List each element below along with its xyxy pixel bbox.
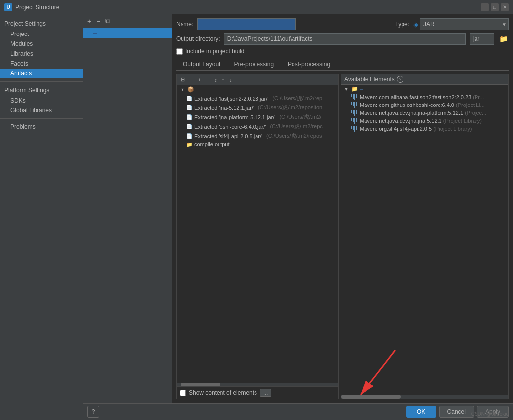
close-button[interactable]: ✕	[501, 3, 509, 11]
sidebar-divider-2	[0, 118, 83, 119]
available-item-slf4j[interactable]: Maven: org.slf4j:slf4j-api:2.0.5 (Projec…	[341, 125, 508, 133]
tab-output-layout[interactable]: Output Layout	[176, 59, 227, 70]
sidebar-item-project[interactable]: Project	[0, 29, 83, 39]
cancel-button[interactable]: Cancel	[439, 406, 474, 418]
maven-bar-icon-4	[351, 118, 357, 124]
app-icon: U	[4, 3, 12, 11]
output-layout-up-btn[interactable]: ↑	[220, 76, 227, 84]
sidebar-item-global-libraries[interactable]: Global Libraries	[0, 105, 83, 115]
available-root-folder[interactable]: ▼ 📁	[341, 85, 508, 93]
output-item-oshi-core-path: (C:/Users/虎/.m2/repc	[270, 123, 322, 130]
ok-button[interactable]: OK	[406, 406, 436, 418]
type-select[interactable]: JAR WAR EAR	[420, 18, 509, 30]
output-item-oshi-core-label: Extracted 'oshi-core-6.4.0.jar/'	[194, 124, 266, 130]
tab-post-processing[interactable]: Post-processing	[281, 59, 337, 70]
sidebar-item-sdks[interactable]: SDKs	[0, 96, 83, 105]
jar-file-icon-4: 📄	[186, 124, 192, 129]
include-in-build-label[interactable]: Include in project build	[185, 48, 244, 55]
available-elements-label: Available Elements	[344, 76, 395, 83]
output-item-oshi-core[interactable]: 📄 Extracted 'oshi-core-6.4.0.jar/' (C:/U…	[177, 122, 338, 131]
tabs-row: Output Layout Pre-processing Post-proces…	[176, 59, 509, 71]
remove-artifact-button[interactable]: −	[94, 16, 102, 26]
available-item-fastjson2-label: Maven: com.alibaba.fastjson2:fastjson2:2…	[360, 94, 484, 100]
available-elements-tree: ▼ 📁 Maven: com.alibaba.fastjson2:fastjso…	[341, 85, 508, 395]
output-layout-scrollbar[interactable]	[177, 383, 338, 386]
sidebar-item-artifacts[interactable]: Artifacts	[0, 69, 83, 78]
output-item-jna-platform[interactable]: 📄 Extracted 'jna-platform-5.12.1.jar/' (…	[177, 112, 338, 122]
folder-yellow-icon: 📁	[351, 86, 358, 92]
output-layout-sort-btn[interactable]: ↕	[212, 76, 219, 84]
output-layout-expand-btn[interactable]: ⊞	[179, 75, 187, 84]
name-label: Name:	[176, 21, 193, 28]
output-dir-input[interactable]	[224, 33, 466, 45]
minimize-button[interactable]: −	[481, 3, 489, 11]
output-layout-collapse-btn[interactable]: ≡	[188, 76, 195, 84]
folder-icon: 📦	[187, 86, 194, 93]
output-item-slf4j-label: Extracted 'slf4j-api-2.0.5.jar/'	[194, 133, 262, 139]
output-root-item[interactable]: ▼ 📦	[177, 85, 338, 94]
artifact-list-item[interactable]: ◈	[83, 28, 172, 38]
maven-bar-icon	[351, 94, 357, 100]
output-item-slf4j[interactable]: 📄 Extracted 'slf4j-api-2.0.5.jar/' (C:/U…	[177, 131, 338, 140]
output-item-jna-platform-path: (C:/Users/虎/.m2/	[279, 113, 321, 121]
help-icon[interactable]: ?	[397, 76, 403, 83]
output-layout-add-btn[interactable]: +	[196, 76, 203, 84]
available-item-oshi[interactable]: Maven: com.github.oshi:oshi-core:6.4.0 (…	[341, 101, 508, 109]
type-dropdown-wrapper: ◈ JAR WAR EAR ▼	[413, 18, 509, 30]
sidebar-item-modules[interactable]: Modules	[0, 39, 83, 49]
output-item-jna-label: Extracted 'jna-5.12.1.jar/'	[194, 105, 254, 111]
help-button[interactable]: ?	[87, 406, 99, 418]
sidebar-item-problems[interactable]: Problems	[0, 122, 83, 132]
show-content-label[interactable]: Show content of elements	[189, 389, 257, 396]
config-panel: Name: Type: ◈ JAR WAR EAR ▼	[172, 14, 513, 403]
copy-artifact-button[interactable]: ⧉	[103, 16, 112, 26]
output-item-fastjson2-path: (C:/Users/虎/.m2/rep	[272, 95, 322, 102]
available-item-oshi-label: Maven: com.github.oshi:oshi-core:6.4.0 (…	[360, 102, 485, 108]
more-button[interactable]: ...	[260, 389, 271, 397]
maximize-button[interactable]: □	[491, 3, 499, 11]
maven-bar-icon-3	[351, 110, 357, 116]
sidebar-divider	[0, 81, 83, 82]
sidebar-item-facets[interactable]: Facets	[0, 59, 83, 69]
bottom-bar: ? OK Cancel Apply	[83, 403, 513, 420]
artifact-name-label	[93, 33, 97, 34]
sidebar-item-libraries[interactable]: Libraries	[0, 49, 83, 59]
output-dir-row: Output directory: 📁	[176, 33, 509, 45]
include-in-build-row: Include in project build	[176, 48, 509, 55]
tab-pre-processing[interactable]: Pre-processing	[227, 59, 281, 70]
jar-file-icon-3: 📄	[186, 114, 192, 120]
available-header: Available Elements ?	[341, 74, 508, 85]
maven-bar-icon-2	[351, 102, 357, 108]
show-content-checkbox[interactable]	[180, 390, 186, 396]
folder-expand-icon: ▼	[343, 86, 349, 92]
include-in-build-checkbox[interactable]	[176, 48, 183, 55]
output-layout-down-btn[interactable]: ↓	[227, 76, 234, 84]
available-item-fastjson2[interactable]: Maven: com.alibaba.fastjson2:fastjson2:2…	[341, 93, 508, 101]
output-jar-input[interactable]	[470, 33, 494, 45]
output-layout-remove-btn[interactable]: −	[204, 76, 211, 84]
jar-file-icon: 📄	[186, 96, 192, 101]
output-item-jna-platform-label: Extracted 'jna-platform-5.12.1.jar/'	[194, 114, 275, 120]
type-label: Type:	[395, 21, 409, 28]
output-dir-label: Output directory:	[176, 35, 220, 42]
available-elements-panel: Available Elements ? ▼ 📁	[341, 74, 509, 399]
platform-settings-header: Platform Settings	[0, 85, 83, 96]
compile-icon: 📁	[186, 142, 192, 147]
project-settings-header: Project Settings	[0, 18, 83, 29]
available-scrollbar[interactable]	[341, 395, 508, 399]
output-item-fastjson2[interactable]: 📄 Extracted 'fastjson2-2.0.23.jar/' (C:/…	[177, 94, 338, 103]
available-folder-label	[360, 89, 363, 90]
available-item-jna-platform-label: Maven: net.java.dev.jna:jna-platform:5.1…	[360, 110, 486, 116]
available-item-jna-platform[interactable]: Maven: net.java.dev.jna:jna-platform:5.1…	[341, 109, 508, 117]
output-item-jna[interactable]: 📄 Extracted 'jna-5.12.1.jar/' (C:/Users/…	[177, 103, 338, 112]
name-input[interactable]	[197, 18, 295, 30]
output-item-compile[interactable]: 📁 compile output	[177, 140, 338, 148]
output-item-jna-path: (C:/Users/虎/.m2/repositon	[258, 104, 322, 111]
maven-bar-icon-5	[351, 126, 357, 132]
window-title: Project Structure	[15, 4, 59, 11]
browse-folder-button[interactable]: 📁	[498, 34, 509, 44]
add-artifact-button[interactable]: +	[85, 16, 93, 26]
output-layout-tree: ▼ 📦 📄 Extracted 'fastjson2-2.0.23.jar/' …	[177, 85, 338, 383]
available-item-jna[interactable]: Maven: net.java.dev.jna:jna:5.12.1 (Proj…	[341, 117, 508, 125]
name-row: Name: Type: ◈ JAR WAR EAR ▼	[176, 18, 509, 30]
